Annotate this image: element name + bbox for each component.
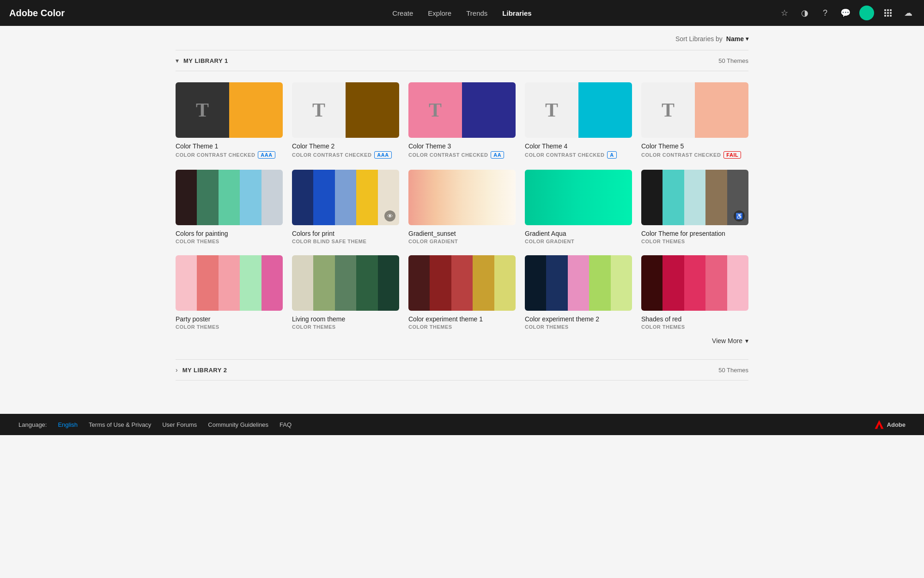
nav-trends[interactable]: Trends <box>466 9 487 17</box>
library-2-section: › MY LIBRARY 2 50 Themes <box>176 359 748 381</box>
swatch-color <box>240 255 261 311</box>
user-avatar[interactable] <box>859 6 874 20</box>
theme-name: Gradient Aqua <box>525 230 632 237</box>
theme-card-theme3[interactable]: T Color Theme 3 COLOR CONTRAST CHECKED A… <box>408 82 516 159</box>
sort-label: Sort Libraries by <box>675 35 723 43</box>
theme-card-theme4[interactable]: T Color Theme 4 COLOR CONTRAST CHECKED A <box>525 82 632 159</box>
library-1-title: MY LIBRARY 1 <box>183 57 228 64</box>
theme-type: COLOR THEMES <box>176 239 219 244</box>
help-icon[interactable]: ? <box>819 6 832 19</box>
theme-name: Color Theme 2 <box>292 142 399 150</box>
theme-card-experiment2[interactable]: Color experiment theme 2 COLOR THEMES <box>525 255 632 330</box>
theme-card-theme5[interactable]: T Color Theme 5 COLOR CONTRAST CHECKED F… <box>641 82 748 159</box>
theme-meta: COLOR GRADIENT <box>408 239 516 244</box>
theme-name: Color Theme for presentation <box>641 230 748 237</box>
nav-explore[interactable]: Explore <box>428 9 451 17</box>
theme-card-party[interactable]: Party poster COLOR THEMES <box>176 255 283 330</box>
theme-meta: COLOR THEMES <box>641 324 748 330</box>
sort-bar: Sort Libraries by Name ▾ <box>176 35 748 43</box>
library-2-title: MY LIBRARY 2 <box>182 367 227 374</box>
theme-card-living[interactable]: Living room theme COLOR THEMES <box>292 255 399 330</box>
theme-meta: COLOR THEMES <box>176 324 283 330</box>
theme-card-experiment1[interactable]: Color experiment theme 1 COLOR THEMES <box>408 255 516 330</box>
theme-meta: COLOR CONTRAST CHECKED AAA <box>176 151 283 159</box>
theme-type: COLOR THEMES <box>641 239 685 244</box>
theme-meta: COLOR CONTRAST CHECKED A <box>525 151 632 159</box>
theme-swatch <box>292 255 399 311</box>
footer-terms-link[interactable]: Terms of Use & Privacy <box>89 421 151 428</box>
theme-type: COLOR THEMES <box>641 324 685 330</box>
star-icon[interactable]: ☆ <box>778 6 791 19</box>
theme-type: COLOR THEMES <box>176 324 219 330</box>
theme-name: Color experiment theme 2 <box>525 315 632 323</box>
swatch-color <box>197 255 218 311</box>
theme-name: Gradient_sunset <box>408 230 516 237</box>
footer-language-link[interactable]: English <box>58 421 78 428</box>
theme-swatch: T <box>525 82 632 138</box>
main-content: Sort Libraries by Name ▾ ▾ MY LIBRARY 1 … <box>157 26 767 414</box>
adobe-icon <box>874 419 884 430</box>
swatch-color <box>684 170 705 225</box>
library-2-header[interactable]: › MY LIBRARY 2 50 Themes <box>176 359 748 381</box>
theme-card-theme2[interactable]: T Color Theme 2 COLOR CONTRAST CHECKED A… <box>292 82 399 159</box>
footer-forums-link[interactable]: User Forums <box>162 421 197 428</box>
moon-icon[interactable]: ◑ <box>798 6 811 19</box>
swatch-color <box>356 255 377 311</box>
theme-card-print[interactable]: 👁 Colors for print COLOR BLIND SAFE THEM… <box>292 170 399 244</box>
theme-name: Color Theme 1 <box>176 142 283 150</box>
theme-type: COLOR CONTRAST CHECKED <box>176 152 255 158</box>
theme-card-theme1[interactable]: T Color Theme 1 COLOR CONTRAST CHECKED A… <box>176 82 283 159</box>
cloud-icon[interactable]: ☁ <box>902 6 915 19</box>
nav-create[interactable]: Create <box>392 9 413 17</box>
theme-swatch <box>525 170 632 225</box>
theme-name: Color Theme 3 <box>408 142 516 150</box>
swatch-color <box>197 170 218 225</box>
swatch-color <box>176 255 197 311</box>
theme-name: Colors for painting <box>176 230 283 237</box>
swatch-color <box>641 255 663 311</box>
theme-meta: COLOR THEMES <box>176 239 283 244</box>
theme-name: Party poster <box>176 315 283 323</box>
eye-icon: 👁 <box>384 210 395 221</box>
theme-swatch: T <box>176 82 283 138</box>
swatch-color <box>313 255 334 311</box>
swatch-color <box>546 255 567 311</box>
waffle-icon[interactable] <box>881 6 894 19</box>
swatch-color <box>219 255 240 311</box>
library-1-header-left: ▾ MY LIBRARY 1 <box>176 57 228 64</box>
library-1-header[interactable]: ▾ MY LIBRARY 1 50 Themes <box>176 50 748 71</box>
swatch-color <box>292 170 313 225</box>
swatch-color <box>705 255 727 311</box>
view-more-chevron-icon: ▾ <box>745 337 748 344</box>
theme-card-gradient_aqua[interactable]: Gradient Aqua COLOR GRADIENT <box>525 170 632 244</box>
swatch-color <box>240 170 261 225</box>
nav-libraries[interactable]: Libraries <box>502 9 531 17</box>
theme-card-painting[interactable]: Colors for painting COLOR THEMES <box>176 170 283 244</box>
theme-type: COLOR BLIND SAFE THEME <box>292 239 366 244</box>
swatch-color <box>313 170 334 225</box>
theme-card-gradient_sunset[interactable]: Gradient_sunset COLOR GRADIENT <box>408 170 516 244</box>
theme-name: Color Theme 4 <box>525 142 632 150</box>
chat-icon[interactable]: 💬 <box>839 6 852 19</box>
theme-meta: COLOR THEMES <box>292 324 399 330</box>
footer-guidelines-link[interactable]: Community Guidelines <box>208 421 268 428</box>
theme-type: COLOR CONTRAST CHECKED <box>641 152 721 158</box>
theme-meta: COLOR GRADIENT <box>525 239 632 244</box>
swatch-color <box>611 255 632 311</box>
swatch-color <box>641 170 663 225</box>
theme-swatch: 👁 <box>292 170 399 225</box>
theme-meta: COLOR THEMES <box>408 324 516 330</box>
theme-type: COLOR THEMES <box>525 324 569 330</box>
theme-card-shades_red[interactable]: Shades of red COLOR THEMES <box>641 255 748 330</box>
theme-swatch <box>176 255 283 311</box>
footer-faq-link[interactable]: FAQ <box>280 421 292 428</box>
theme-badge: AA <box>491 151 504 159</box>
theme-swatch <box>641 255 748 311</box>
main-nav: Create Explore Trends Libraries <box>392 9 531 17</box>
library-1-count: 50 Themes <box>718 57 748 64</box>
theme-card-presentation[interactable]: ♿ Color Theme for presentation COLOR THE… <box>641 170 748 244</box>
sort-value[interactable]: Name ▾ <box>726 35 748 43</box>
theme-name: Colors for print <box>292 230 399 237</box>
view-more-button[interactable]: View More ▾ <box>712 337 748 344</box>
theme-meta: COLOR BLIND SAFE THEME <box>292 239 399 244</box>
